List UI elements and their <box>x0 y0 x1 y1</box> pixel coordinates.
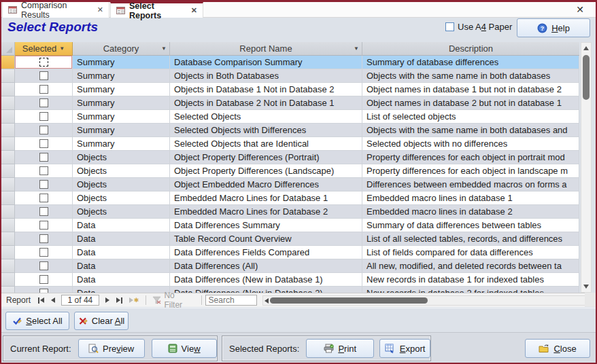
select-all-button[interactable]: Select All <box>5 312 69 330</box>
tab-close-icon[interactable]: ✕ <box>97 5 103 14</box>
category-cell[interactable]: Summary <box>73 96 170 110</box>
row-checkbox[interactable] <box>39 261 48 270</box>
table-row[interactable]: ObjectsObject Property Differences (Port… <box>1 151 579 164</box>
description-cell[interactable]: Objects with the same name in both datab… <box>362 69 579 83</box>
report-name-cell[interactable]: Objects in Both Databases <box>170 69 362 83</box>
selected-cell[interactable] <box>15 219 73 232</box>
horizontal-scrollbar-thumb[interactable] <box>270 297 428 304</box>
selected-cell[interactable] <box>15 83 73 96</box>
previous-record-button[interactable] <box>48 293 58 307</box>
report-name-cell[interactable]: Selected Objects that are Identical <box>170 137 362 151</box>
view-button[interactable]: View <box>152 339 217 358</box>
description-cell[interactable]: List of all selected tables, records, an… <box>362 232 579 246</box>
description-cell[interactable]: List of fields compared for data differe… <box>362 246 579 259</box>
next-record-button[interactable] <box>102 293 113 307</box>
report-name-cell[interactable]: Data Differences (New in Database 1) <box>170 273 362 287</box>
row-selector[interactable] <box>1 151 15 164</box>
row-checkbox[interactable] <box>39 180 48 189</box>
selected-cell[interactable] <box>15 259 73 273</box>
record-position-box[interactable]: 1 of 44 <box>61 295 99 306</box>
selected-cell[interactable] <box>15 246 73 259</box>
preview-button[interactable]: Preview <box>78 339 145 358</box>
selected-cell[interactable] <box>15 232 73 246</box>
description-cell[interactable]: Object names in database 2 but not in da… <box>362 96 579 110</box>
row-checkbox[interactable] <box>39 207 48 216</box>
filter-dropdown-icon[interactable]: ▼ <box>354 46 359 52</box>
tab-select-reports[interactable]: Select Reports ✕ <box>110 2 203 18</box>
row-checkbox[interactable] <box>39 58 48 67</box>
selected-cell[interactable] <box>15 164 73 178</box>
row-checkbox[interactable] <box>39 98 48 107</box>
table-row[interactable]: SummarySelected ObjectsList of selected … <box>1 110 579 124</box>
report-name-cell[interactable]: Embedded Macro Lines for Database 2 <box>170 205 362 219</box>
category-cell[interactable]: Objects <box>73 151 170 164</box>
selected-cell[interactable] <box>15 56 73 69</box>
row-selector[interactable] <box>1 246 15 259</box>
selected-cell[interactable] <box>15 137 73 151</box>
selected-cell[interactable] <box>15 69 73 83</box>
category-cell[interactable]: Objects <box>73 164 170 178</box>
help-button[interactable]: ? Help <box>517 18 590 37</box>
report-name-cell[interactable]: Selected Objects with Differences <box>170 124 362 137</box>
row-checkbox[interactable] <box>39 194 48 202</box>
report-name-cell[interactable]: Object Property Differences (Landscape) <box>170 164 362 178</box>
tab-comparison-results[interactable]: Comparison Results ✕ <box>2 2 109 18</box>
row-selector[interactable] <box>1 178 15 192</box>
report-name-cell[interactable]: Object Embedded Macro Differences <box>170 178 362 192</box>
new-record-button[interactable]: ✱ <box>126 293 143 307</box>
row-checkbox[interactable] <box>39 275 48 284</box>
report-name-cell[interactable]: Object Property Differences (Portrait) <box>170 151 362 164</box>
selected-cell[interactable] <box>15 151 73 164</box>
table-row[interactable]: SummarySelected Objects with Differences… <box>1 124 579 137</box>
row-checkbox[interactable] <box>39 234 48 243</box>
print-button[interactable]: Print <box>306 339 374 358</box>
report-name-cell[interactable]: Objects in Database 1 Not in Database 2 <box>170 83 362 96</box>
table-row[interactable]: ObjectsEmbedded Macro Lines for Database… <box>1 192 579 205</box>
table-row[interactable]: DataData Differences Fields ComparedList… <box>1 246 579 259</box>
report-name-cell[interactable]: Data Differences (All) <box>170 259 362 273</box>
selected-cell[interactable] <box>15 124 73 137</box>
table-row[interactable]: ObjectsObject Property Differences (Land… <box>1 164 579 178</box>
table-row[interactable]: SummaryDatabase Comparison SummarySummar… <box>1 56 579 69</box>
row-selector[interactable] <box>1 96 15 110</box>
column-header-report-name[interactable]: Report Name ▼ <box>170 42 362 56</box>
selected-cell[interactable] <box>15 96 73 110</box>
selected-cell[interactable] <box>15 110 73 124</box>
category-cell[interactable]: Data <box>73 273 170 287</box>
row-selector[interactable] <box>1 110 15 124</box>
vertical-scrollbar[interactable] <box>581 42 592 293</box>
row-selector[interactable] <box>1 69 15 83</box>
category-cell[interactable]: Data <box>73 232 170 246</box>
last-record-button[interactable] <box>113 293 126 307</box>
filter-dropdown-icon[interactable]: ▼ <box>59 46 65 52</box>
table-row[interactable]: SummaryObjects in Both DatabasesObjects … <box>1 69 579 83</box>
selected-cell[interactable] <box>15 192 73 205</box>
row-selector[interactable] <box>1 192 15 205</box>
first-record-button[interactable] <box>35 293 48 307</box>
table-row[interactable]: DataData Differences (All)All new, modif… <box>1 259 579 273</box>
table-row[interactable]: DataData Differences (New in Database 2)… <box>1 287 579 293</box>
category-cell[interactable]: Data <box>73 219 170 232</box>
clear-all-button[interactable]: Clear All <box>74 312 129 330</box>
report-name-cell[interactable]: Embedded Macro Lines for Database 1 <box>170 192 362 205</box>
category-cell[interactable]: Summary <box>73 69 170 83</box>
filter-dropdown-icon[interactable]: ▼ <box>161 46 167 52</box>
description-cell[interactable]: Selected objects with no differences <box>362 137 579 151</box>
row-selector[interactable] <box>1 273 15 287</box>
row-checkbox[interactable] <box>39 221 48 230</box>
close-button[interactable]: Close <box>525 339 590 358</box>
report-name-cell[interactable]: Data Differences (New in Database 2) <box>170 287 362 293</box>
report-name-cell[interactable]: Database Comparison Summary <box>170 56 362 69</box>
row-checkbox[interactable] <box>39 71 48 80</box>
search-input[interactable] <box>205 295 257 306</box>
description-cell[interactable]: Summary of database differences <box>362 56 579 69</box>
column-header-description[interactable]: Description <box>362 42 579 56</box>
horizontal-scrollbar[interactable] <box>262 295 592 306</box>
report-name-cell[interactable]: Data Differences Fields Compared <box>170 246 362 259</box>
row-checkbox[interactable] <box>39 248 48 257</box>
description-cell[interactable]: Differences between embedded macros on f… <box>362 178 579 192</box>
description-cell[interactable]: Property differences for each object in … <box>362 164 579 178</box>
row-selector[interactable] <box>1 164 15 178</box>
category-cell[interactable]: Summary <box>73 124 170 137</box>
table-row[interactable]: SummarySelected Objects that are Identic… <box>1 137 579 151</box>
